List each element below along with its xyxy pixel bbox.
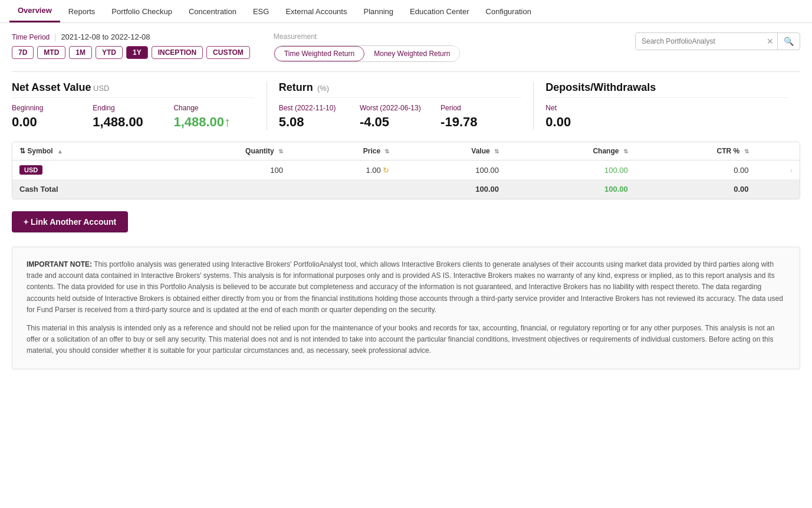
td-ctr: 0.00 [635,160,756,180]
meas-btn-time-weighted-return[interactable]: Time Weighted Return [274,46,364,61]
nav-bar: OverviewReportsPortfolio CheckupConcentr… [0,0,812,23]
nav-item-concentration[interactable]: Concentration [180,1,245,22]
disclaimer-text1: This portfolio analysis was generated us… [27,260,783,314]
deposits-metric-section: Deposits/Withdrawals Net0.00 [545,81,800,130]
time-btn-custom[interactable]: CUSTOM [206,46,250,59]
portfolio-table: ⇅ Symbol ▲ Quantity ⇅ Price ⇅ Value ⇅ Ch… [12,142,800,199]
nav-cols: Beginning0.00Ending1,488.00Change1,488.0… [12,104,255,130]
measurement-block: Measurement Time Weighted ReturnMoney We… [274,32,461,62]
measurement-label: Measurement [274,32,461,41]
metric-col-value: -4.05 [360,114,440,130]
search-input[interactable] [636,34,763,49]
deposits-cols: Net0.00 [545,104,788,130]
meas-btn-money-weighted-return[interactable]: Money Weighted Return [364,46,459,61]
time-btn-mtd[interactable]: MTD [37,46,65,59]
td-symbol: USD [12,160,154,180]
nav-item-esg[interactable]: ESG [245,1,277,22]
symbol-sort-icon: ▲ [57,148,63,155]
td-price: 1.00 ↻ [290,160,396,180]
td-action[interactable]: › [756,160,800,180]
search-wrap: ✕ 🔍 [635,32,800,50]
section-divider [12,71,800,72]
metric-col-ending: Ending1,488.00 [93,104,173,130]
search-block: ✕ 🔍 [635,32,800,50]
metric-col-value: 1,488.00 [93,114,173,130]
time-btn-7d[interactable]: 7D [12,46,34,59]
time-btn-1y[interactable]: 1Y [126,46,148,59]
return-metric-section: Return (%) Best (2022-11-10)5.08Worst (2… [279,81,534,130]
time-btn-1m[interactable]: 1M [69,46,92,59]
main-content: Time Period | 2021-12-08 to 2022-12-08 7… [0,23,812,379]
metric-col-label: Best (2022-11-10) [279,104,360,112]
td-value: 100.00 [396,160,506,180]
deposits-title-row: Deposits/Withdrawals [545,81,788,94]
measurement-buttons: Time Weighted ReturnMoney Weighted Retur… [274,45,461,62]
table-row: USD1001.00 ↻100.00100.000.00› [12,160,800,180]
nav-item-configuration[interactable]: Configuration [478,1,540,22]
td-total-label: Cash Total [12,180,154,199]
col-value[interactable]: Value ⇅ [396,142,506,160]
metric-col-best-2022-11-10: Best (2022-11-10)5.08 [279,104,360,130]
metrics-row: Net Asset Value USD Beginning0.00Ending1… [12,81,800,130]
disclaimer-p2: This material in this analysis is intend… [27,323,785,357]
metric-col-label: Ending [93,104,173,112]
col-ctr[interactable]: CTR % ⇅ [635,142,756,160]
search-submit-button[interactable]: 🔍 [777,33,800,50]
nav-item-education-center[interactable]: Education Center [402,1,477,22]
date-range: 2021-12-08 to 2022-12-08 [61,32,150,41]
nav-item-external-accounts[interactable]: External Accounts [277,1,355,22]
td-total-action [756,180,800,199]
col-action [756,142,800,160]
time-period-label: Time Period | 2021-12-08 to 2022-12-08 [12,32,250,41]
table-header-row: ⇅ Symbol ▲ Quantity ⇅ Price ⇅ Value ⇅ Ch… [12,142,800,160]
col-symbol[interactable]: ⇅ Symbol ▲ [12,142,154,160]
metric-col-beginning: Beginning0.00 [12,104,93,130]
metric-col-value: 0.00 [12,114,93,130]
col-change[interactable]: Change ⇅ [506,142,635,160]
table-header: ⇅ Symbol ▲ Quantity ⇅ Price ⇅ Value ⇅ Ch… [12,142,800,160]
nav-item-planning[interactable]: Planning [355,1,402,22]
time-btn-inception[interactable]: INCEPTION [152,46,203,59]
refresh-icon: ↻ [383,166,389,175]
pipe-divider: | [54,33,56,41]
time-period-block: Time Period | 2021-12-08 to 2022-12-08 7… [12,32,250,59]
link-account-button[interactable]: + Link Another Account [12,211,128,232]
return-cols: Best (2022-11-10)5.08Worst (2022-06-13)-… [279,104,522,130]
nav-item-portfolio-checkup[interactable]: Portfolio Checkup [103,1,180,22]
metric-col-value: 1,488.00↑ [173,114,254,130]
metric-col-value: 5.08 [279,114,360,130]
disclaimer-box: IMPORTANT NOTE: This portfolio analysis … [12,247,800,369]
search-clear-button[interactable]: ✕ [763,34,777,48]
nav-subtitle: USD [93,84,109,93]
metric-col-label: Change [173,104,254,112]
time-period-text: Time Period [12,33,50,41]
time-section: Time Period | 2021-12-08 to 2022-12-08 7… [12,32,800,62]
td-change: 100.00 [506,160,635,180]
nav-item-reports[interactable]: Reports [60,1,104,22]
metric-col-label: Worst (2022-06-13) [360,104,440,112]
td-total-qty [154,180,290,199]
metric-col-label: Period [440,104,521,112]
time-btn-ytd[interactable]: YTD [96,46,123,59]
nav-metric-section: Net Asset Value USD Beginning0.00Ending1… [12,81,267,130]
metric-col-value: -19.78 [440,114,521,130]
col-quantity[interactable]: Quantity ⇅ [154,142,290,160]
return-subtitle: (%) [315,84,329,93]
usd-badge: USD [19,165,42,175]
nav-title: Net Asset Value [12,81,91,93]
metric-col-net: Net0.00 [545,104,788,130]
disclaimer-bold: IMPORTANT NOTE: [27,260,92,268]
nav-item-overview[interactable]: Overview [9,0,60,22]
col-price[interactable]: Price ⇅ [290,142,396,160]
td-total-value: 100.00 [396,180,506,199]
td-total-ctr: 0.00 [635,180,756,199]
return-title: Return [279,81,313,93]
nav-title-row: Net Asset Value USD [12,81,255,94]
deposits-title: Deposits/Withdrawals [545,81,656,93]
metric-col-label: Net [545,104,788,112]
metric-col-change: Change1,488.00↑ [173,104,254,130]
metric-col-worst-2022-06-13: Worst (2022-06-13)-4.05 [360,104,440,130]
portfolio-table-wrap: ⇅ Symbol ▲ Quantity ⇅ Price ⇅ Value ⇅ Ch… [12,142,800,199]
disclaimer-p1: IMPORTANT NOTE: This portfolio analysis … [27,259,785,316]
time-buttons: 7DMTD1MYTD1YINCEPTIONCUSTOM [12,46,250,59]
